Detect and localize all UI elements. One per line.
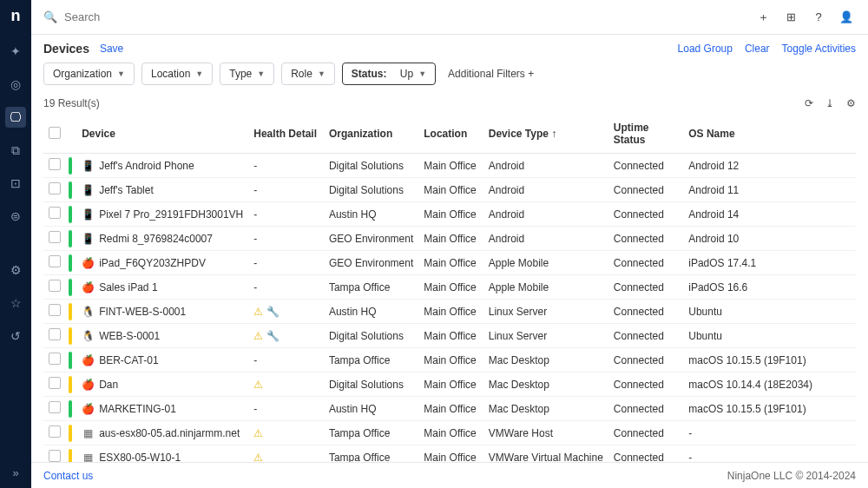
device-name[interactable]: ESX80-05-W10-1 [99, 452, 181, 463]
filter-type[interactable]: Type▼ [220, 63, 274, 85]
table-row[interactable]: 🍎iPad_F6QY203ZHPDV-GEO EnvironmentMain O… [43, 251, 856, 275]
device-name[interactable]: Pixel 7 Pro_29191FDH3001VH [99, 208, 243, 221]
additional-filters-link[interactable]: Additional Filters + [448, 68, 534, 80]
cell-uptime: Connected [608, 397, 683, 421]
row-checkbox[interactable] [49, 182, 61, 195]
table-row[interactable]: 📱Pixel 7 Pro_29191FDH3001VH-Austin HQMai… [43, 202, 856, 227]
nav-globe-icon[interactable]: ◎ [5, 74, 26, 95]
warning-icon: ⚠ [253, 379, 263, 391]
table-row[interactable]: ▦ESX80-05-W10-1⚠Tampa OfficeMain OfficeV… [43, 445, 856, 463]
cell-device-type: Android [483, 178, 608, 202]
row-checkbox[interactable] [49, 231, 61, 243]
cell-os: macOS 10.14.4 (18E2034) [683, 373, 856, 397]
row-checkbox[interactable] [49, 353, 61, 365]
chevron-down-icon: ▼ [318, 69, 326, 78]
row-checkbox[interactable] [49, 450, 61, 462]
col-health[interactable]: Health Detail [248, 115, 324, 154]
help-icon[interactable]: ? [809, 10, 828, 23]
health-bar [69, 157, 72, 175]
row-checkbox[interactable] [49, 255, 61, 267]
load-group-link[interactable]: Load Group [678, 43, 733, 55]
device-name[interactable]: FINT-WEB-S-0001 [99, 306, 186, 318]
nav-stack-icon[interactable]: ⧉ [5, 140, 26, 161]
row-checkbox[interactable] [49, 207, 61, 219]
nav-history-icon[interactable]: ↺ [5, 326, 26, 346]
nav-settings-icon[interactable]: ⚙ [5, 260, 26, 280]
device-name[interactable]: WEB-S-0001 [99, 330, 160, 342]
device-type-icon: 🐧 [82, 306, 94, 318]
nav-rocket-icon[interactable]: ✦ [5, 41, 26, 62]
health-detail: - [248, 154, 324, 178]
cell-uptime: Connected [608, 421, 683, 445]
filter-location[interactable]: Location▼ [141, 63, 213, 85]
table-row[interactable]: 🍎BER-CAT-01-Tampa OfficeMain OfficeMac D… [43, 348, 856, 373]
device-name[interactable]: Jeff's Android Phone [99, 160, 194, 172]
download-icon[interactable]: ⤓ [825, 97, 834, 109]
table-row[interactable]: 🍎Sales iPad 1-Tampa OfficeMain OfficeApp… [43, 275, 856, 300]
contact-link[interactable]: Contact us [43, 470, 93, 482]
chevron-down-icon: ▼ [257, 69, 265, 78]
device-name[interactable]: iPad_F6QY203ZHPDV [99, 257, 206, 269]
device-name[interactable]: Sales iPad 1 [99, 281, 157, 293]
filter-organization[interactable]: Organization▼ [43, 63, 135, 85]
search-input[interactable] [64, 10, 238, 23]
col-os[interactable]: OS Name [683, 115, 856, 154]
nav-devices-icon[interactable]: 🖵 [5, 107, 26, 128]
device-type-icon: ▦ [82, 452, 94, 463]
profile-icon[interactable]: 👤 [837, 10, 856, 23]
device-name[interactable]: BER-CAT-01 [99, 354, 158, 366]
col-location[interactable]: Location [418, 115, 483, 154]
cell-device-type: VMWare Host [483, 421, 608, 445]
table-row[interactable]: 🍎Dan⚠Digital SolutionsMain OfficeMac Des… [43, 373, 856, 397]
toggle-activities-link[interactable]: Toggle Activities [782, 43, 856, 55]
health-detail: - [248, 348, 324, 373]
add-icon[interactable]: ＋ [753, 10, 773, 25]
cell-os: Android 11 [683, 178, 856, 202]
table-row[interactable]: 🐧WEB-S-0001⚠🔧Digital SolutionsMain Offic… [43, 324, 856, 348]
sidebar-expand-icon[interactable]: » [12, 466, 18, 479]
row-checkbox[interactable] [49, 280, 61, 292]
filter-role[interactable]: Role▼ [281, 63, 335, 85]
device-name[interactable]: Dan [99, 379, 118, 391]
col-uptime[interactable]: Uptime Status [608, 115, 683, 154]
cell-os: iPadOS 17.4.1 [683, 251, 856, 275]
table-row[interactable]: 📱Jeff's Android Phone-Digital SolutionsM… [43, 154, 856, 178]
clear-link[interactable]: Clear [745, 43, 770, 55]
health-detail: ⚠ [248, 373, 324, 397]
device-type-icon: 🍎 [82, 281, 94, 293]
apps-icon[interactable]: ⊞ [781, 10, 800, 23]
col-device[interactable]: Device [76, 115, 248, 154]
table-container[interactable]: Device Health Detail Organization Locati… [31, 115, 868, 462]
col-device-type[interactable]: Device Type ↑ [483, 115, 608, 154]
device-name[interactable]: Redmi 8_9769824c0007 [99, 233, 213, 245]
col-organization[interactable]: Organization [324, 115, 418, 154]
nav-disk-icon[interactable]: ⊜ [5, 206, 26, 227]
row-checkbox[interactable] [49, 328, 61, 340]
device-name[interactable]: aus-esx80-05.ad.ninjarmm.net [99, 427, 240, 439]
row-checkbox[interactable] [49, 377, 61, 389]
settings-icon[interactable]: ⚙ [846, 97, 856, 109]
row-checkbox[interactable] [49, 401, 61, 413]
row-checkbox[interactable] [49, 304, 61, 316]
device-type-icon: 📱 [82, 233, 94, 245]
table-row[interactable]: 🍎MARKETING-01-Austin HQMain OfficeMac De… [43, 397, 856, 421]
table-row[interactable]: ▦aus-esx80-05.ad.ninjarmm.net⚠Tampa Offi… [43, 421, 856, 445]
save-link[interactable]: Save [100, 43, 123, 55]
table-row[interactable]: 📱Redmi 8_9769824c0007-GEO EnvironmentMai… [43, 227, 856, 251]
nav-star-icon[interactable]: ☆ [5, 293, 26, 313]
cell-device-type: Apple Mobile [483, 251, 608, 275]
cell-device-type: Linux Server [483, 300, 608, 324]
table-row[interactable]: 🐧FINT-WEB-S-0001⚠🔧Austin HQMain OfficeLi… [43, 300, 856, 324]
filter-status[interactable]: Status: Up▼ [342, 63, 436, 85]
select-all-checkbox[interactable] [49, 127, 61, 139]
device-name[interactable]: Jeff's Tablet [99, 184, 154, 196]
warning-icon: ⚠ [253, 306, 263, 318]
search-box[interactable]: 🔍 [43, 10, 745, 23]
device-name[interactable]: MARKETING-01 [99, 403, 176, 415]
page-title: Devices [43, 42, 89, 56]
refresh-icon[interactable]: ⟳ [805, 97, 813, 109]
nav-dashboard-icon[interactable]: ⊡ [5, 173, 26, 194]
row-checkbox[interactable] [49, 158, 61, 170]
table-row[interactable]: 📱Jeff's Tablet-Digital SolutionsMain Off… [43, 178, 856, 202]
row-checkbox[interactable] [49, 425, 61, 438]
